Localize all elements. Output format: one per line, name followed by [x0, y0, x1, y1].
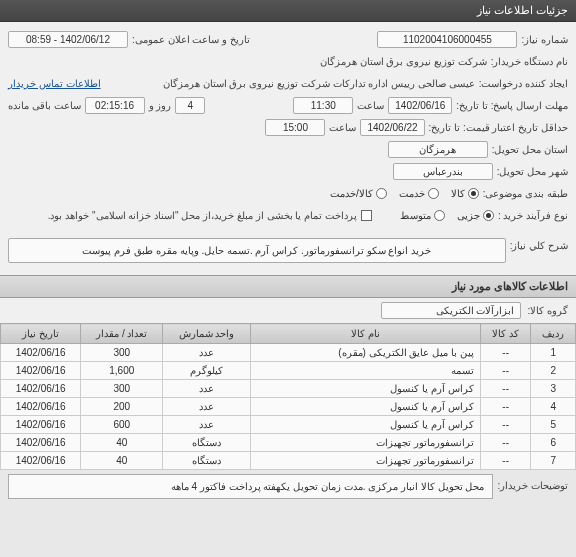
cell-unit: عدد	[163, 380, 251, 398]
deadline-date: 1402/06/16	[388, 97, 452, 114]
th-qty: تعداد / مقدار	[81, 324, 163, 344]
contact-link[interactable]: اطلاعات تماس خریدار	[8, 78, 101, 89]
validity-label: حداقل تاریخ اعتبار قیمت: تا تاریخ:	[429, 122, 568, 133]
radio-icon	[428, 188, 439, 199]
table-row: 6--ترانسفورماتور تجهیزاتدستگاه401402/06/…	[1, 434, 576, 452]
cell-date: 1402/06/16	[1, 416, 81, 434]
remain-time: 02:15:16	[85, 97, 145, 114]
cell-unit: کیلوگرم	[163, 362, 251, 380]
group-label: گروه کالا:	[527, 305, 568, 316]
cell-code: --	[480, 434, 531, 452]
cell-qty: 40	[81, 434, 163, 452]
buyer-note-value: محل تحویل کالا انبار مرکزی .مدت زمان تحو…	[8, 474, 493, 499]
time-label-1: ساعت	[357, 100, 384, 111]
cell-name: ترانسفورماتور تجهیزات	[250, 434, 480, 452]
cell-unit: عدد	[163, 398, 251, 416]
items-table: ردیف کد کالا نام کالا واحد شمارش تعداد /…	[0, 323, 576, 470]
category-label: طبقه بندی موضوعی:	[483, 188, 568, 199]
cell-qty: 300	[81, 380, 163, 398]
cell-name: پین با میل عایق الکتریکی (مقره)	[250, 344, 480, 362]
cell-name: کراس آرم یا کنسول	[250, 380, 480, 398]
time-label-2: ساعت	[329, 122, 356, 133]
cell-code: --	[480, 380, 531, 398]
cell-n: 4	[531, 398, 576, 416]
payment-checkbox[interactable]	[361, 210, 372, 221]
cell-name: تسمه	[250, 362, 480, 380]
cell-date: 1402/06/16	[1, 398, 81, 416]
table-row: 2--تسمهکیلوگرم1,6001402/06/16	[1, 362, 576, 380]
cell-code: --	[480, 452, 531, 470]
table-row: 1--پین با میل عایق الکتریکی (مقره)عدد300…	[1, 344, 576, 362]
page-title: جزئیات اطلاعات نیاز	[477, 4, 568, 16]
radio-khadamat[interactable]: خدمت	[399, 188, 439, 199]
group-row: گروه کالا: ابزارآلات الکتریکی	[0, 298, 576, 323]
need-no-label: شماره نیاز:	[521, 34, 568, 45]
cell-date: 1402/06/16	[1, 344, 81, 362]
cell-n: 3	[531, 380, 576, 398]
cell-unit: دستگاه	[163, 452, 251, 470]
cell-qty: 600	[81, 416, 163, 434]
th-row: ردیف	[531, 324, 576, 344]
city-label: شهر محل تحویل:	[497, 166, 568, 177]
category-radio-group: کالا خدمت کالا/خدمت	[330, 188, 479, 199]
cell-code: --	[480, 416, 531, 434]
desc-label: شرح کلي نیاز:	[510, 234, 568, 251]
radio-icon	[468, 188, 479, 199]
cell-unit: عدد	[163, 416, 251, 434]
desc-value: خرید انواع سکو ترانسفورماتور. کراس آرم .…	[8, 238, 506, 263]
cell-n: 7	[531, 452, 576, 470]
details-form: شماره نیاز: 1102004106000455 تاریخ و ساع…	[0, 22, 576, 275]
cell-unit: دستگاه	[163, 434, 251, 452]
validity-time: 15:00	[265, 119, 325, 136]
pub-date-label: تاریخ و ساعت اعلان عمومی:	[132, 34, 250, 45]
cell-date: 1402/06/16	[1, 452, 81, 470]
validity-date: 1402/06/22	[360, 119, 424, 136]
cell-date: 1402/06/16	[1, 380, 81, 398]
cell-date: 1402/06/16	[1, 362, 81, 380]
need-no-value: 1102004106000455	[377, 31, 517, 48]
radio-medium[interactable]: متوسط	[400, 210, 445, 221]
buyer-label: نام دستگاه خریدار:	[491, 56, 568, 67]
cell-qty: 200	[81, 398, 163, 416]
city-value: بندرعباس	[393, 163, 493, 180]
cell-code: --	[480, 362, 531, 380]
group-value: ابزارآلات الکتریکی	[381, 302, 521, 319]
days-value: 4	[175, 97, 205, 114]
cell-code: --	[480, 398, 531, 416]
radio-both[interactable]: کالا/خدمت	[330, 188, 387, 199]
items-section-title: اطلاعات کالاهای مورد نیاز	[0, 275, 576, 298]
table-row: 3--کراس آرم یا کنسولعدد3001402/06/16	[1, 380, 576, 398]
radio-kala[interactable]: کالا	[451, 188, 479, 199]
cell-name: ترانسفورماتور تجهیزات	[250, 452, 480, 470]
payment-note: پرداخت تمام یا بخشی از مبلغ خرید،از محل …	[48, 210, 357, 221]
page-header: جزئیات اطلاعات نیاز	[0, 0, 576, 22]
cell-name: کراس آرم یا کنسول	[250, 398, 480, 416]
th-name: نام کالا	[250, 324, 480, 344]
pub-date-value: 1402/06/12 - 08:59	[8, 31, 128, 48]
cell-n: 1	[531, 344, 576, 362]
cell-name: کراس آرم یا کنسول	[250, 416, 480, 434]
days-label: روز و	[149, 100, 172, 111]
cell-qty: 40	[81, 452, 163, 470]
remain-label: ساعت باقی مانده	[8, 100, 81, 111]
deadline-label: مهلت ارسال پاسخ: تا تاریخ:	[456, 100, 568, 111]
cell-qty: 1,600	[81, 362, 163, 380]
th-code: کد کالا	[480, 324, 531, 344]
radio-partial[interactable]: جزیی	[457, 210, 494, 221]
radio-icon	[434, 210, 445, 221]
buyer-value: شرکت توزیع نیروی برق استان هرمزگان	[320, 56, 487, 67]
cell-n: 2	[531, 362, 576, 380]
table-row: 7--ترانسفورماتور تجهیزاتدستگاه401402/06/…	[1, 452, 576, 470]
radio-icon	[483, 210, 494, 221]
cell-date: 1402/06/16	[1, 434, 81, 452]
table-row: 5--کراس آرم یا کنسولعدد6001402/06/16	[1, 416, 576, 434]
cell-code: --	[480, 344, 531, 362]
requester-value: عیسی صالحی رییس اداره تدارکات شرکت توزیع…	[163, 78, 475, 89]
process-radio-group: جزیی متوسط	[400, 210, 494, 221]
process-label: نوع فرآیند خرید :	[498, 210, 568, 221]
cell-unit: عدد	[163, 344, 251, 362]
buyer-note-label: توضیحات خریدار:	[497, 474, 568, 491]
requester-label: ایجاد کننده درخواست:	[479, 78, 568, 89]
th-date: تاریخ نیاز	[1, 324, 81, 344]
table-row: 4--کراس آرم یا کنسولعدد2001402/06/16	[1, 398, 576, 416]
